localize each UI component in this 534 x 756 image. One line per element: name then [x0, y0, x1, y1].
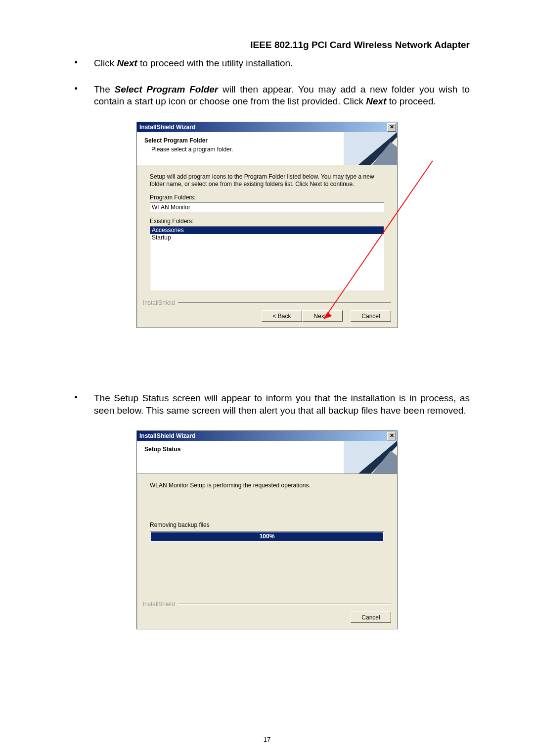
- window-title: InstallShield Wizard: [139, 432, 195, 439]
- text-bold-italic: Next: [366, 96, 386, 106]
- installshield-brand: InstallShield: [143, 299, 178, 306]
- installshield-brand: InstallShield: [143, 601, 178, 608]
- titlebar: InstallShield Wizard ✕: [137, 122, 397, 132]
- bullet-1: Click Next to proceed with the utility i…: [69, 57, 470, 70]
- bullet-2: The Select Program Folder will then appe…: [69, 84, 470, 108]
- banner-art: [344, 132, 397, 165]
- program-folders-label: Program Folders:: [150, 194, 384, 201]
- divider: [178, 302, 391, 303]
- list-item[interactable]: Startup: [150, 234, 384, 241]
- task-text: Removing backup files: [150, 521, 384, 528]
- installshield-dialog-setup-status: InstallShield Wizard ✕ Setup Status WLAN…: [136, 430, 398, 629]
- existing-folders-label: Existing Folders:: [150, 218, 384, 225]
- dialog-banner: Select Program Folder Please select a pr…: [137, 132, 397, 165]
- text: The: [94, 84, 115, 94]
- installshield-dialog-select-folder: InstallShield Wizard ✕ Select Program Fo…: [136, 122, 398, 328]
- close-icon[interactable]: ✕: [387, 123, 396, 132]
- titlebar: InstallShield Wizard ✕: [137, 431, 397, 441]
- page-header: IEEE 802.11g PCI Card Wireless Network A…: [64, 40, 470, 50]
- program-folders-input[interactable]: [150, 202, 384, 212]
- back-button[interactable]: < Back: [262, 310, 302, 322]
- list-item[interactable]: Accessories: [150, 227, 384, 234]
- divider: [178, 604, 391, 605]
- bullet-3: The Setup Status screen will appear to i…: [69, 392, 470, 417]
- text: Click: [94, 58, 117, 68]
- status-text: WLAN Monitor Setup is performing the req…: [150, 482, 384, 489]
- page-number: 17: [0, 736, 534, 743]
- text: The Setup Status screen will appear to i…: [94, 393, 470, 416]
- cancel-button[interactable]: Cancel: [351, 612, 391, 623]
- next-button[interactable]: Next >: [302, 310, 343, 322]
- progress-fill: 100%: [151, 532, 383, 541]
- existing-folders-list[interactable]: Accessories Startup: [150, 226, 384, 290]
- text-bold-italic: Next: [117, 58, 137, 68]
- cancel-button[interactable]: Cancel: [351, 310, 391, 322]
- window-title: InstallShield Wizard: [139, 124, 195, 131]
- close-icon[interactable]: ✕: [387, 432, 396, 440]
- progress-bar: 100%: [150, 531, 384, 542]
- text-bold-italic: Select Program Folder: [115, 84, 219, 94]
- instructions-text: Setup will add program icons to the Prog…: [150, 173, 384, 188]
- text: to proceed with the utility installation…: [137, 58, 293, 68]
- text: to proceed.: [386, 96, 436, 106]
- banner-art: [344, 441, 397, 473]
- dialog-banner: Setup Status: [137, 441, 397, 474]
